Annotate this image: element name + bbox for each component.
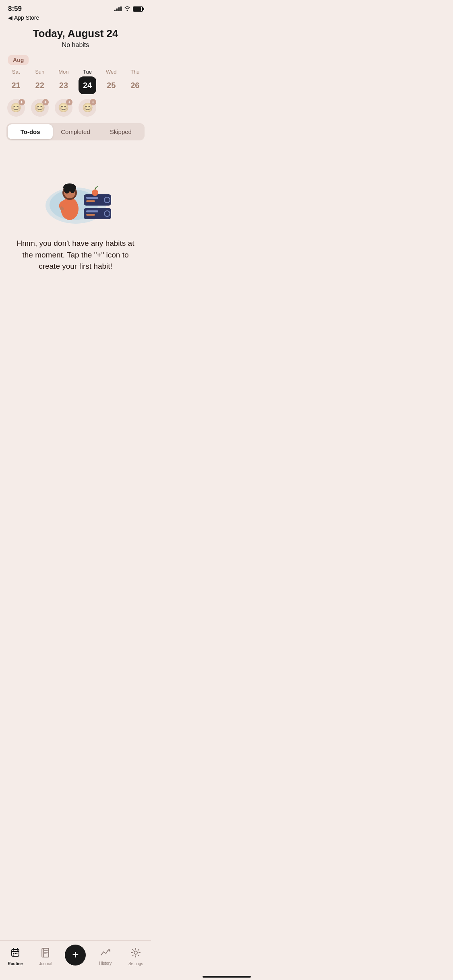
mood-plus-icon: + bbox=[90, 99, 96, 105]
day-number: 22 bbox=[35, 81, 44, 90]
day-name: Tue bbox=[83, 69, 92, 75]
mood-bubble: 😊+ bbox=[7, 99, 25, 117]
page-title: Today, August 24 bbox=[8, 27, 143, 40]
day-number-wrapper: 26 bbox=[126, 76, 144, 94]
habits-count: No habits bbox=[8, 41, 143, 49]
mood-bubble: 😊+ bbox=[31, 99, 49, 117]
calendar-row: Sat21Sun22Mon23Tue24Wed25Thu26 bbox=[0, 66, 151, 97]
day-number: 24 bbox=[83, 81, 92, 90]
battery-icon bbox=[133, 6, 143, 12]
back-nav[interactable]: ◀ App Store bbox=[0, 14, 151, 23]
mood-plus-icon: + bbox=[19, 99, 25, 105]
day-number-wrapper: 22 bbox=[31, 76, 49, 94]
mood-bubble: 😊+ bbox=[55, 99, 72, 117]
svg-rect-9 bbox=[86, 197, 98, 199]
day-cell-26[interactable]: Thu26 bbox=[124, 69, 145, 94]
mood-bubble: 😊+ bbox=[79, 99, 96, 117]
month-label-container: Aug bbox=[0, 51, 151, 66]
svg-point-7 bbox=[70, 184, 75, 193]
day-cell-25[interactable]: Wed25 bbox=[101, 69, 122, 94]
day-number: 26 bbox=[130, 81, 139, 90]
day-cell-22[interactable]: Sun22 bbox=[29, 69, 50, 94]
day-name: Mon bbox=[58, 69, 68, 75]
svg-point-11 bbox=[104, 197, 110, 203]
day-number: 23 bbox=[59, 81, 68, 90]
back-label: App Store bbox=[14, 14, 39, 21]
mood-cell-1[interactable]: 😊+ bbox=[29, 99, 50, 117]
mood-plus-icon: + bbox=[66, 99, 72, 105]
illustration bbox=[35, 161, 116, 226]
svg-rect-13 bbox=[86, 210, 98, 212]
svg-point-16 bbox=[92, 189, 98, 196]
day-number-wrapper: 23 bbox=[55, 76, 72, 94]
svg-point-15 bbox=[104, 211, 110, 216]
svg-rect-14 bbox=[86, 214, 95, 216]
signal-icon bbox=[114, 6, 122, 11]
empty-message: Hmm, you don't have any habits at the mo… bbox=[12, 238, 139, 272]
day-number-wrapper: 25 bbox=[102, 76, 120, 94]
mood-cell-0[interactable]: 😊+ bbox=[6, 99, 27, 117]
tab-completed[interactable]: Completed bbox=[53, 124, 98, 139]
tab-skipped[interactable]: Skipped bbox=[98, 124, 143, 139]
month-label[interactable]: Aug bbox=[8, 55, 29, 65]
status-time: 8:59 bbox=[8, 5, 22, 13]
status-icons bbox=[114, 6, 143, 12]
day-number-wrapper: 24 bbox=[79, 76, 96, 94]
mood-cell-empty-4 bbox=[101, 99, 122, 117]
day-name: Wed bbox=[106, 69, 117, 75]
empty-state: Hmm, you don't have any habits at the mo… bbox=[0, 145, 151, 313]
day-cell-21[interactable]: Sat21 bbox=[6, 69, 27, 94]
svg-point-6 bbox=[64, 184, 70, 194]
day-name: Sat bbox=[12, 69, 20, 75]
header: Today, August 24 No habits bbox=[0, 23, 151, 51]
day-name: Sun bbox=[35, 69, 44, 75]
svg-rect-10 bbox=[86, 200, 95, 202]
day-number: 21 bbox=[11, 81, 20, 90]
mood-row: 😊+😊+😊+😊+ bbox=[0, 97, 151, 123]
day-cell-23[interactable]: Mon23 bbox=[53, 69, 74, 94]
wifi-icon bbox=[124, 6, 130, 12]
mood-cell-2[interactable]: 😊+ bbox=[53, 99, 74, 117]
back-arrow-icon: ◀ bbox=[8, 14, 12, 21]
tab-to-dos[interactable]: To-dos bbox=[8, 124, 53, 139]
day-cell-24[interactable]: Tue24 bbox=[77, 69, 98, 94]
day-name: Thu bbox=[130, 69, 139, 75]
mood-cell-empty-5 bbox=[124, 99, 145, 117]
day-number: 25 bbox=[107, 81, 116, 90]
day-number-wrapper: 21 bbox=[7, 76, 25, 94]
mood-cell-3[interactable]: 😊+ bbox=[77, 99, 98, 117]
status-bar: 8:59 bbox=[0, 0, 151, 14]
tabs-container: To-dosCompletedSkipped bbox=[6, 123, 145, 140]
mood-plus-icon: + bbox=[42, 99, 49, 105]
